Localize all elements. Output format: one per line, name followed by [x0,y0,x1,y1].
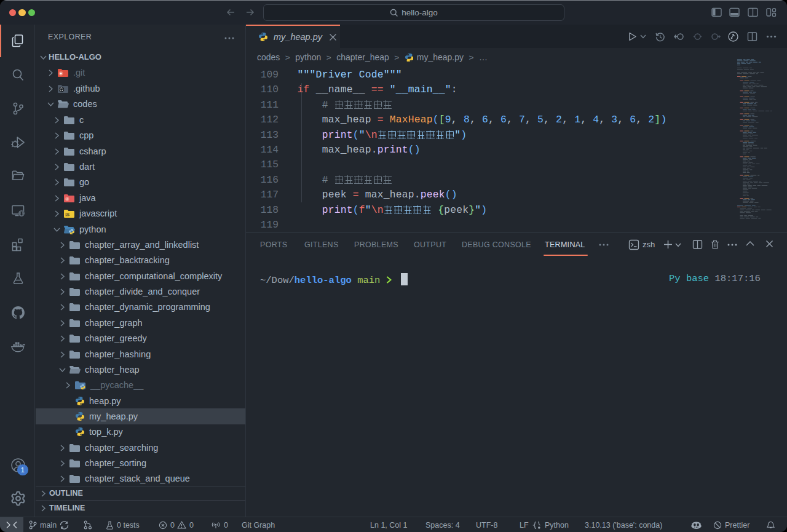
svg-text:JS: JS [66,213,70,216]
